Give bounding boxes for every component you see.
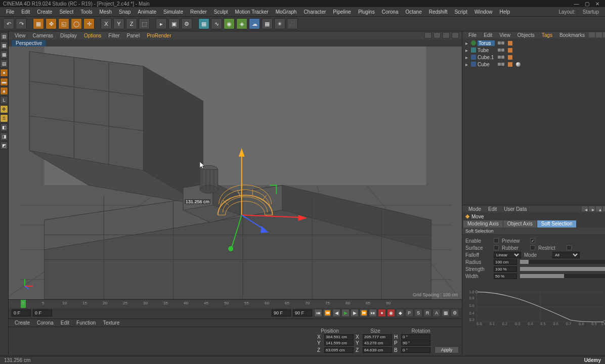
add-deformer-icon[interactable]: ◈: [236, 18, 247, 29]
pos-key-icon[interactable]: P: [405, 309, 413, 317]
preview-checkbox[interactable]: [530, 238, 535, 243]
add-cube-icon[interactable]: ▦: [198, 18, 209, 29]
falloff-select[interactable]: Linear: [494, 252, 521, 258]
axis-mode-icon[interactable]: L: [0, 96, 8, 104]
layout-selector[interactable]: Layout: Startup: [555, 9, 605, 15]
render-region[interactable]: ▣: [168, 18, 180, 29]
strength-slider[interactable]: [520, 267, 605, 271]
cameras-menu[interactable]: Cameras: [30, 32, 57, 39]
edge-mode-icon[interactable]: ▬: [0, 78, 8, 86]
zoom-icon[interactable]: [434, 32, 441, 38]
locked-workplane-icon[interactable]: ◨: [0, 132, 8, 141]
time-end-input[interactable]: [272, 309, 291, 316]
om-view[interactable]: View: [496, 32, 513, 38]
z-axis-lock[interactable]: Z: [126, 18, 137, 29]
radius-input[interactable]: [494, 259, 517, 265]
param-key-icon[interactable]: A: [433, 309, 441, 317]
rot-key-icon[interactable]: R: [423, 309, 431, 317]
mat-create[interactable]: Create: [12, 320, 33, 326]
tab-soft-selection[interactable]: Soft Selection: [537, 220, 577, 228]
menu-select[interactable]: Select: [56, 8, 76, 16]
coord-system[interactable]: ⬚: [139, 18, 150, 29]
menu-snap[interactable]: Snap: [116, 8, 134, 16]
menu-character[interactable]: Character: [300, 8, 329, 16]
om-file[interactable]: File: [465, 32, 480, 38]
next-frame-button[interactable]: ▶: [351, 309, 359, 317]
select-tool[interactable]: ▦: [33, 18, 44, 29]
apply-button[interactable]: Apply: [435, 346, 459, 353]
menu-plugins[interactable]: Plugins: [355, 8, 378, 16]
play-button[interactable]: ▶: [341, 309, 350, 317]
maximize-button[interactable]: ▢: [582, 1, 591, 7]
rot-b-input[interactable]: [401, 347, 430, 353]
planar-workplane-icon[interactable]: ◩: [0, 142, 8, 150]
render-view[interactable]: ▸: [156, 18, 167, 29]
object-row-cube[interactable]: ▸ Cube: [463, 61, 605, 68]
pla-key-icon[interactable]: ▦: [442, 309, 450, 317]
orbit-icon[interactable]: [443, 32, 450, 38]
menu-mesh[interactable]: Mesh: [97, 8, 115, 16]
size-z-input[interactable]: [363, 347, 392, 353]
surface-checkbox[interactable]: [494, 245, 499, 250]
menu-redshift[interactable]: Redshift: [426, 8, 451, 16]
prorender-menu[interactable]: ProRender: [144, 32, 174, 39]
x-axis-lock[interactable]: X: [101, 18, 112, 29]
object-row-cube1[interactable]: ▸ Cube.1: [463, 54, 605, 61]
menu-edit[interactable]: Edit: [18, 8, 33, 16]
tag-icon[interactable]: [508, 55, 512, 60]
attr-lock-icon[interactable]: 🔒: [603, 206, 605, 211]
size-y-input[interactable]: [363, 340, 392, 346]
menu-window[interactable]: Window: [471, 8, 496, 16]
point-mode-icon[interactable]: ●: [0, 69, 8, 77]
menu-simulate[interactable]: Simulate: [160, 8, 186, 16]
snap-icon[interactable]: S: [0, 114, 8, 122]
add-generator-icon[interactable]: ◉: [224, 18, 235, 29]
record-button[interactable]: ●: [378, 309, 386, 317]
autokey-button[interactable]: ◉: [387, 309, 395, 317]
menu-file[interactable]: File: [3, 8, 17, 16]
mat-function[interactable]: Function: [73, 320, 99, 326]
attr-mode[interactable]: Mode: [465, 206, 484, 212]
attr-back-icon[interactable]: ◂: [582, 206, 588, 211]
layout-icon[interactable]: [452, 32, 459, 38]
tag-icon[interactable]: [508, 41, 512, 46]
redo-button[interactable]: ↷: [16, 18, 27, 29]
render-settings[interactable]: ⚙: [181, 18, 192, 29]
menu-mograph[interactable]: MoGraph: [273, 8, 300, 16]
add-light-icon[interactable]: ☀: [274, 18, 285, 29]
panel-menu[interactable]: Panel: [124, 32, 143, 39]
mat-texture[interactable]: Texture: [100, 320, 122, 326]
mode-select[interactable]: All: [552, 252, 580, 258]
om-filter-icon[interactable]: [596, 32, 602, 37]
menu-tools[interactable]: Tools: [77, 8, 95, 16]
prev-key-button[interactable]: ⏪: [323, 309, 331, 317]
make-editable-icon[interactable]: ▥: [0, 32, 8, 40]
om-search-icon[interactable]: [589, 32, 595, 37]
om-objects[interactable]: Objects: [514, 32, 538, 38]
workplane-mode-icon[interactable]: ◧: [0, 123, 8, 131]
time-start-input[interactable]: [12, 309, 31, 316]
tab-object-axis[interactable]: Object Axis: [503, 220, 537, 228]
keyframe-button[interactable]: ◆: [396, 309, 404, 317]
add-environment-icon[interactable]: ☁: [249, 18, 260, 29]
menu-pipeline[interactable]: Pipeline: [330, 8, 354, 16]
options-key-icon[interactable]: ⚙: [451, 309, 459, 317]
filter-menu[interactable]: Filter: [105, 32, 122, 39]
pan-icon[interactable]: [424, 32, 431, 38]
pos-z-input[interactable]: [324, 347, 354, 353]
menu-help[interactable]: Help: [497, 8, 513, 16]
time-start2-input[interactable]: [33, 309, 52, 316]
strength-input[interactable]: [494, 266, 517, 272]
perspective-tab[interactable]: Perspective: [12, 40, 46, 47]
rot-p-input[interactable]: [401, 340, 430, 346]
workplane-icon[interactable]: ▤: [0, 60, 8, 68]
scale-key-icon[interactable]: S: [414, 309, 422, 317]
pos-x-input[interactable]: [324, 334, 354, 340]
add-camera-icon[interactable]: ▦: [262, 18, 273, 29]
pos-y-input[interactable]: [324, 340, 354, 346]
scale-tool[interactable]: ◱: [58, 18, 69, 29]
undo-button[interactable]: ↶: [3, 18, 14, 29]
enable-checkbox[interactable]: [494, 238, 499, 243]
object-row-torus[interactable]: ▸ Torus: [463, 39, 605, 47]
minimize-button[interactable]: —: [572, 1, 581, 7]
